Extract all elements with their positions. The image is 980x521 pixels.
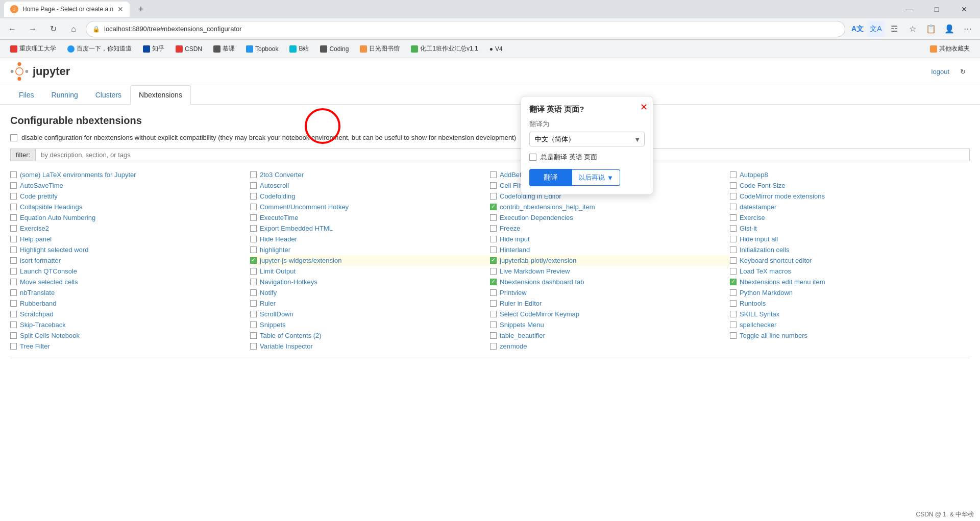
profile-button[interactable]: 👤 <box>941 21 958 37</box>
ext-link[interactable]: Limit Output <box>260 267 296 275</box>
tab-close-button[interactable]: ✕ <box>117 5 124 13</box>
ext-link[interactable]: Code prettify <box>20 192 58 200</box>
ext-checkbox[interactable] <box>490 332 497 339</box>
ext-checkbox[interactable] <box>10 279 17 285</box>
bookmark-riguang[interactable]: 日光图书馆 <box>356 43 404 54</box>
ext-link[interactable]: Scratchpad <box>20 310 54 318</box>
always-translate-checkbox[interactable] <box>529 154 536 161</box>
ext-checkbox[interactable] <box>250 204 257 210</box>
ext-link[interactable]: Execution Dependencies <box>500 214 573 221</box>
ext-link[interactable]: Split Cells Notebook <box>20 332 80 339</box>
bookmark-coding[interactable]: Coding <box>316 44 353 54</box>
ext-checkbox[interactable] <box>730 279 737 285</box>
ext-link[interactable]: Gist-it <box>740 225 757 232</box>
ext-link[interactable]: Launch QTConsole <box>20 267 77 275</box>
ext-checkbox[interactable] <box>250 268 257 275</box>
tab-clusters[interactable]: Clusters <box>87 85 130 105</box>
translate-icon[interactable]: A文 <box>849 21 866 37</box>
ext-link[interactable]: Hinterland <box>500 246 530 254</box>
ext-checkbox[interactable] <box>730 257 737 264</box>
ext-checkbox[interactable] <box>10 343 17 350</box>
bookmark-zhihu[interactable]: 知乎 <box>139 43 168 54</box>
ext-checkbox[interactable] <box>250 321 257 328</box>
minimize-button[interactable]: — <box>897 0 921 18</box>
ext-link[interactable]: Highlight selected word <box>20 246 88 254</box>
ext-link[interactable]: CodeMirror mode extensions <box>740 192 825 200</box>
more-button[interactable]: ⋯ <box>960 21 976 37</box>
ext-link[interactable]: Codefolding <box>260 192 295 200</box>
ext-checkbox[interactable] <box>250 171 257 178</box>
popup-close-button[interactable]: ✕ <box>640 102 648 113</box>
bookmark-huagong[interactable]: 化工1班作业汇总v1.1 <box>407 43 482 54</box>
ext-link[interactable]: table_beautifier <box>500 332 545 339</box>
language-select[interactable]: 中文（简体） English 日本語 <box>529 132 645 146</box>
tab-nbextensions[interactable]: Nbextensions <box>130 85 191 105</box>
ext-link[interactable]: spellchecker <box>740 321 776 329</box>
ext-checkbox[interactable] <box>10 182 17 189</box>
bookmark-baidu[interactable]: 百度一下，你知道道 <box>63 43 136 54</box>
ext-link[interactable]: Variable Inspector <box>260 342 313 350</box>
ext-checkbox[interactable] <box>490 204 497 210</box>
ext-link[interactable]: Freeze <box>500 225 520 232</box>
ext-checkbox[interactable] <box>250 279 257 285</box>
ext-checkbox[interactable] <box>10 332 17 339</box>
ext-link[interactable]: Exercise <box>740 214 765 221</box>
ext-checkbox[interactable] <box>490 343 497 350</box>
ext-link[interactable]: Ruler <box>260 300 276 307</box>
ext-checkbox[interactable] <box>730 332 737 339</box>
ext-link[interactable]: Toggle all line numbers <box>740 332 807 339</box>
ext-checkbox[interactable] <box>730 214 737 221</box>
ext-checkbox[interactable] <box>10 311 17 317</box>
ext-checkbox[interactable] <box>10 289 17 296</box>
ext-checkbox[interactable] <box>250 182 257 189</box>
ext-checkbox[interactable] <box>10 225 17 232</box>
ext-checkbox[interactable] <box>730 268 737 275</box>
bookmark-others[interactable]: 其他收藏夹 <box>926 43 974 54</box>
ext-checkbox[interactable] <box>730 311 737 317</box>
ext-checkbox[interactable] <box>250 214 257 221</box>
ext-checkbox[interactable] <box>490 193 497 200</box>
ext-checkbox[interactable] <box>250 246 257 253</box>
ext-checkbox[interactable] <box>730 321 737 328</box>
ext-checkbox[interactable] <box>490 171 497 178</box>
ext-link[interactable]: Live Markdown Preview <box>500 267 570 275</box>
ext-checkbox[interactable] <box>10 246 17 253</box>
ext-checkbox[interactable] <box>730 289 737 296</box>
ext-checkbox[interactable] <box>730 182 737 189</box>
ext-checkbox[interactable] <box>10 321 17 328</box>
favorites-button[interactable]: ☆ <box>904 21 921 37</box>
ext-checkbox[interactable] <box>10 268 17 275</box>
bookmark-chongqing[interactable]: 重庆理工大学 <box>6 43 60 54</box>
ext-link[interactable]: Snippets <box>260 321 286 329</box>
collections-button[interactable]: 📋 <box>923 21 939 37</box>
ext-link[interactable]: Initialization cells <box>740 246 790 254</box>
ext-link[interactable]: isort formatter <box>20 257 61 264</box>
ext-link[interactable]: Move selected cells <box>20 278 78 286</box>
ext-checkbox[interactable] <box>10 300 17 307</box>
ext-checkbox[interactable] <box>730 225 737 232</box>
ext-link[interactable]: Collapsible Headings <box>20 203 82 211</box>
ext-link[interactable]: Hide input all <box>740 235 778 243</box>
ext-checkbox[interactable] <box>10 214 17 221</box>
ext-link[interactable]: Notify <box>260 289 277 296</box>
ext-checkbox[interactable] <box>730 171 737 178</box>
ext-checkbox[interactable] <box>10 257 17 264</box>
disable-config-checkbox[interactable] <box>10 134 17 141</box>
ext-link[interactable]: zenmode <box>500 342 527 350</box>
ext-link[interactable]: Python Markdown <box>740 289 793 296</box>
bookmark-bilibili[interactable]: B站 <box>285 43 313 54</box>
ext-checkbox[interactable] <box>730 193 737 200</box>
ext-checkbox[interactable] <box>250 289 257 296</box>
ext-checkbox[interactable] <box>490 182 497 189</box>
ext-checkbox[interactable] <box>730 204 737 210</box>
maximize-button[interactable]: □ <box>925 0 948 18</box>
ext-checkbox[interactable] <box>250 311 257 317</box>
ext-link[interactable]: ExecuteTime <box>260 214 298 221</box>
close-button[interactable]: ✕ <box>952 0 976 18</box>
ext-link[interactable]: Runtools <box>740 300 766 307</box>
translate-button[interactable]: 文A <box>868 21 884 37</box>
extensions-button[interactable]: ☲ <box>886 21 902 37</box>
ext-link[interactable]: datestamper <box>740 203 776 211</box>
ext-checkbox[interactable] <box>490 214 497 221</box>
ext-link[interactable]: Exercise2 <box>20 225 49 232</box>
